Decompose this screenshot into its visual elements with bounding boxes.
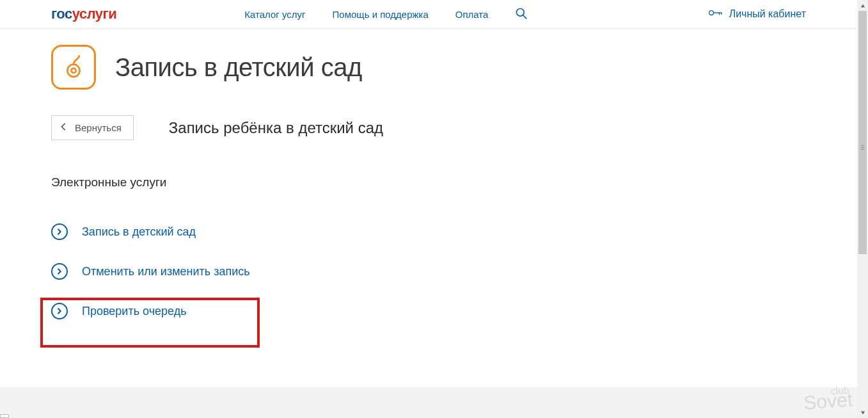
vertical-scrollbar[interactable]: [857, 0, 868, 418]
svg-point-6: [67, 65, 79, 77]
service-subtitle: Запись ребёнка в детский сад: [169, 119, 383, 137]
scrollbar-track[interactable]: [857, 11, 868, 407]
nav-pay[interactable]: Оплата: [455, 9, 489, 20]
key-icon: [709, 8, 723, 20]
service-link-check-queue[interactable]: Проверить очередь: [51, 291, 806, 331]
svg-marker-9: [860, 411, 864, 414]
nav-catalog[interactable]: Каталог услуг: [244, 9, 305, 20]
arrow-right-circle-icon: [51, 263, 68, 280]
status-bar-url: [0, 414, 9, 418]
arrow-right-circle-icon: [51, 223, 68, 240]
search-icon[interactable]: [515, 7, 528, 22]
scrollbar-thumb[interactable]: [858, 11, 867, 254]
svg-line-1: [523, 15, 527, 19]
chevron-left-icon: [59, 122, 68, 133]
footer-area: [0, 387, 857, 418]
svg-point-2: [709, 11, 713, 15]
main-nav: Каталог услуг Помощь и поддержка Оплата: [244, 7, 528, 22]
scroll-up-button[interactable]: [857, 0, 868, 11]
back-button[interactable]: Вернуться: [51, 115, 134, 140]
arrow-right-circle-icon: [51, 303, 68, 319]
section-heading: Электронные услуги: [51, 175, 806, 189]
svg-point-0: [517, 8, 525, 16]
page-title: Запись в детский сад: [115, 53, 362, 82]
scroll-down-button[interactable]: [857, 407, 868, 418]
service-list: Запись в детский сад Отменить или измени…: [51, 212, 806, 331]
service-category-icon: [51, 45, 96, 90]
nav-help[interactable]: Помощь и поддержка: [333, 9, 429, 20]
service-link-enroll[interactable]: Запись в детский сад: [51, 212, 806, 252]
cabinet-link[interactable]: Личный кабинет: [709, 8, 806, 20]
service-link-change[interactable]: Отменить или изменить запись: [51, 252, 806, 291]
svg-marker-8: [860, 4, 864, 7]
site-logo[interactable]: госуслуги: [51, 6, 116, 22]
svg-point-7: [72, 68, 76, 73]
